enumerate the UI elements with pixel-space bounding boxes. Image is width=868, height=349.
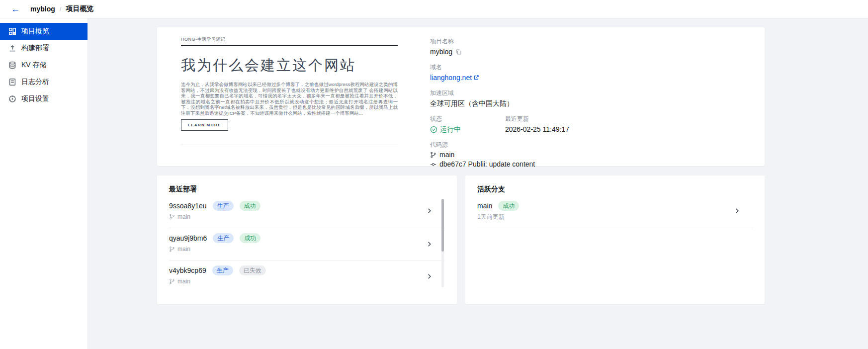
site-preview-thumbnail: HONG-生活学习笔记 我为什么会建立这个网站 迄今为止，从我学会做博客网站以来… <box>181 34 398 159</box>
deployment-id: 9ssoa8y1eu <box>169 201 207 211</box>
status-badge: 已失效 <box>239 265 266 275</box>
field-label: 项目名称 <box>430 37 748 45</box>
scrollbar-thumb[interactable] <box>441 199 444 252</box>
preview-site-title: HONG-生活学习笔记 <box>181 36 226 43</box>
sidebar-item-label: KV 存储 <box>21 61 47 70</box>
dashboard-icon <box>8 27 16 35</box>
field-code-source: 代码源 main <box>430 141 748 169</box>
field-project-name: 项目名称 myblog <box>430 37 748 57</box>
deployment-branch: main <box>177 213 190 221</box>
branch-name: main <box>477 201 492 211</box>
branch-row[interactable]: main 成功 1天前更新 <box>477 201 753 228</box>
sidebar: 项目概览 构建部署 KV 存储 <box>0 18 88 349</box>
field-label: 状态 <box>430 115 505 123</box>
database-icon <box>8 61 16 69</box>
sidebar-item-log-analysis[interactable]: 日志分析 <box>0 74 87 90</box>
project-fields: 项目名称 myblog 域名 <box>430 37 748 175</box>
preview-learn-more-button: LEARN MORE <box>181 119 228 131</box>
external-link-icon <box>473 75 479 81</box>
env-badge: 生产 <box>213 233 234 243</box>
settings-icon <box>8 95 16 103</box>
sidebar-item-build-deploy[interactable]: 构建部署 <box>0 40 87 57</box>
sidebar-item-label: 项目设置 <box>21 94 49 103</box>
active-branches-card: 活跃分支 main 成功 1天前更新 <box>465 175 765 304</box>
main-content: HONG-生活学习笔记 我为什么会建立这个网站 迄今为止，从我学会做博客网站以来… <box>88 18 868 349</box>
chevron-right-icon[interactable] <box>426 273 433 280</box>
deployments-list: 9ssoa8y1eu 生产 成功 main <box>169 201 445 292</box>
preview-paragraph: 迄今为止，从我学会做博客网站以来已经做过多个博客了，之前也做过wordpress… <box>181 82 398 116</box>
breadcrumb-page: 项目概览 <box>66 4 93 13</box>
deployment-row[interactable]: v4ybk9cp69 生产 已失效 main <box>169 261 445 292</box>
recent-deployments-card: 最近部署 9ssoa8y1eu 生产 成功 <box>157 175 457 304</box>
field-label: 代码源 <box>430 141 748 149</box>
check-circle-icon <box>430 126 437 133</box>
git-branch-icon <box>169 278 175 284</box>
breadcrumb-separator: / <box>60 5 62 13</box>
domain-link[interactable]: lianghong.net <box>430 73 479 83</box>
upload-icon <box>8 44 16 52</box>
chevron-right-icon[interactable] <box>426 241 433 248</box>
deployment-row[interactable]: qyau9j9bm6 生产 成功 main <box>169 228 445 261</box>
copy-icon[interactable] <box>455 49 462 55</box>
sidebar-item-project-settings[interactable]: 项目设置 <box>0 90 87 107</box>
source-branch: main <box>439 150 454 160</box>
sidebar-item-kv-storage[interactable]: KV 存储 <box>0 57 87 74</box>
status-badge: 成功 <box>498 201 519 211</box>
git-branch-icon <box>169 246 175 252</box>
chevron-right-icon[interactable] <box>733 207 741 215</box>
field-label: 加速区域 <box>430 89 748 97</box>
chevron-right-icon[interactable] <box>426 207 433 215</box>
deployment-id: qyau9j9bm6 <box>169 233 207 243</box>
status-badge: 运行中 <box>430 124 505 134</box>
topbar: ← myblog / 项目概览 <box>0 0 868 18</box>
back-arrow-icon[interactable]: ← <box>11 4 20 13</box>
sidebar-item-label: 构建部署 <box>21 44 49 53</box>
project-name-value: myblog <box>430 47 452 57</box>
preview-footer-divider <box>181 145 398 145</box>
env-badge: 生产 <box>212 265 233 275</box>
deployment-branch: main <box>177 277 190 285</box>
status-badge: 成功 <box>240 233 260 243</box>
breadcrumb-project[interactable]: myblog <box>30 5 55 13</box>
env-badge: 生产 <box>213 201 234 211</box>
field-region: 加速区域 全球可用区（含中国大陆） <box>430 89 748 108</box>
field-label: 域名 <box>430 63 748 71</box>
scrollbar-track[interactable] <box>441 199 444 287</box>
field-label: 最近更新 <box>505 115 569 123</box>
sidebar-item-label: 日志分析 <box>21 78 49 87</box>
preview-heading: 我为什么会建立这个网站 <box>181 56 356 76</box>
branches-list: main 成功 1天前更新 <box>477 201 753 228</box>
field-status-update: 状态 运行中 最近更新 2026-02-25 11:49:17 <box>430 115 748 134</box>
region-value: 全球可用区（含中国大陆） <box>430 98 748 108</box>
status-badge: 成功 <box>240 201 260 211</box>
field-domain: 域名 lianghong.net <box>430 63 748 83</box>
branch-updated: 1天前更新 <box>477 213 505 221</box>
deployment-branch: main <box>177 245 190 253</box>
project-overview-card: HONG-生活学习笔记 我为什么会建立这个网站 迄今为止，从我学会做博客网站以来… <box>157 27 765 166</box>
preview-divider <box>181 45 398 46</box>
git-commit-icon <box>430 161 436 168</box>
source-commit: dbe67c7 Publii: update content <box>439 160 535 169</box>
document-icon <box>8 78 16 86</box>
sidebar-item-label: 项目概览 <box>21 27 49 36</box>
sidebar-item-overview[interactable]: 项目概览 <box>0 23 87 40</box>
git-branch-icon <box>430 152 436 158</box>
deployment-row[interactable]: 9ssoa8y1eu 生产 成功 main <box>169 201 445 228</box>
card-title: 活跃分支 <box>465 175 765 194</box>
git-branch-icon <box>169 214 175 220</box>
card-title: 最近部署 <box>157 175 457 194</box>
deployment-id: v4ybk9cp69 <box>169 265 206 275</box>
last-update-value: 2026-02-25 11:49:17 <box>505 124 569 134</box>
